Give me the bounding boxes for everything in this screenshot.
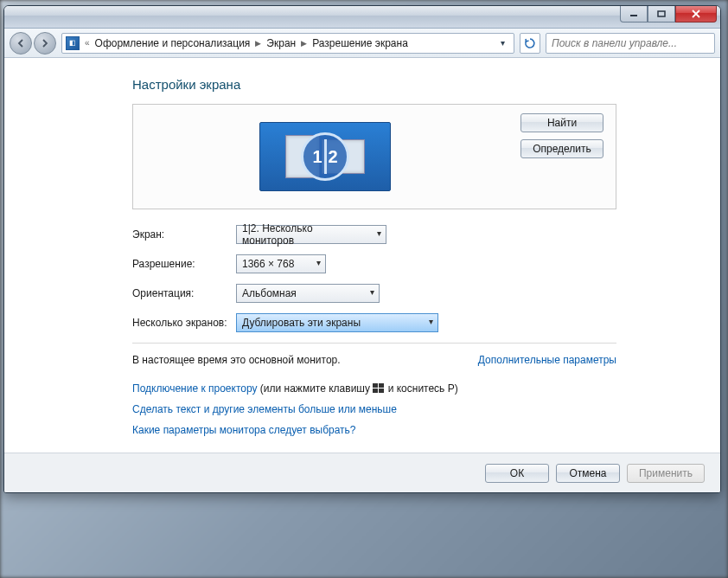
page-heading: Настройки экрана	[132, 77, 616, 92]
search-input[interactable]	[550, 36, 711, 50]
breadcrumb-item[interactable]: Оформление и персонализация	[95, 37, 251, 49]
text-size-link[interactable]: Сделать текст и другие элементы больше и…	[132, 403, 397, 415]
projector-hint-text: и коснитесь P)	[385, 382, 457, 395]
svg-rect-5	[379, 389, 384, 393]
orientation-select[interactable]: Альбомная	[236, 284, 380, 303]
monitor-number: 1	[312, 147, 322, 167]
select-value: 1366 × 768	[242, 258, 294, 270]
svg-rect-4	[373, 389, 378, 393]
orientation-label: Ориентация:	[132, 287, 236, 299]
address-dropdown-icon[interactable]: ▾	[495, 38, 510, 48]
windows-key-icon	[373, 380, 385, 390]
which-settings-link[interactable]: Какие параметры монитора следует выбрать…	[132, 424, 356, 436]
display-preview-panel: 1 2 Найти Определить	[132, 104, 616, 209]
close-button[interactable]	[675, 5, 717, 22]
back-button[interactable]	[10, 32, 32, 55]
svg-rect-2	[373, 383, 378, 388]
resolution-label: Разрешение:	[132, 258, 236, 270]
multiple-displays-label: Несколько экранов:	[132, 317, 236, 329]
projector-hint-text: (или нажмите клавишу	[258, 382, 374, 395]
address-bar[interactable]: ◧ « Оформление и персонализация ▶ Экран …	[61, 33, 514, 54]
monitor-preview[interactable]: 1 2	[145, 113, 505, 200]
svg-rect-0	[630, 15, 637, 16]
maximize-button[interactable]	[648, 5, 675, 22]
cancel-button[interactable]: Отмена	[556, 464, 620, 483]
navigation-bar: ◧ « Оформление и персонализация ▶ Экран …	[4, 29, 720, 58]
select-value: 1|2. Несколько мониторов	[242, 222, 367, 247]
display-label: Экран:	[132, 228, 236, 241]
control-panel-icon: ◧	[66, 36, 80, 50]
monitor-number: 2	[329, 147, 338, 167]
svg-rect-3	[379, 383, 384, 388]
breadcrumb-item[interactable]: Разрешение экрана	[312, 37, 408, 49]
minimize-button[interactable]	[620, 5, 648, 22]
identify-button[interactable]: Определить	[520, 139, 603, 158]
resolution-select[interactable]: 1366 × 768	[236, 254, 326, 273]
search-box[interactable]	[546, 33, 715, 54]
content-area: Настройки экрана 1 2 Найти Определить	[4, 58, 720, 453]
monitor-overlay: 1 2	[301, 132, 349, 181]
breadcrumb-item[interactable]: Экран	[266, 37, 296, 49]
advanced-settings-link[interactable]: Дополнительные параметры	[478, 354, 616, 366]
detect-button[interactable]: Найти	[520, 113, 603, 132]
apply-button[interactable]: Применить	[627, 464, 705, 483]
select-value: Дублировать эти экраны	[242, 317, 361, 329]
titlebar[interactable]	[4, 6, 720, 29]
select-value: Альбомная	[242, 287, 297, 299]
ok-button[interactable]: ОК	[485, 464, 549, 483]
chevron-right-icon: ▶	[301, 39, 307, 48]
forward-button[interactable]	[34, 32, 56, 55]
breadcrumb-prefix: «	[85, 38, 90, 48]
multiple-displays-select[interactable]: Дублировать эти экраны	[236, 313, 438, 332]
control-panel-window: ◧ « Оформление и персонализация ▶ Экран …	[3, 5, 721, 493]
dialog-button-bar: ОК Отмена Применить	[4, 453, 720, 492]
main-monitor-text: В настоящее время это основной монитор.	[132, 354, 341, 366]
projector-link[interactable]: Подключение к проектору	[132, 382, 258, 395]
display-select[interactable]: 1|2. Несколько мониторов	[236, 225, 386, 244]
chevron-right-icon: ▶	[255, 39, 261, 48]
svg-rect-1	[658, 11, 665, 16]
refresh-button[interactable]	[520, 33, 540, 54]
